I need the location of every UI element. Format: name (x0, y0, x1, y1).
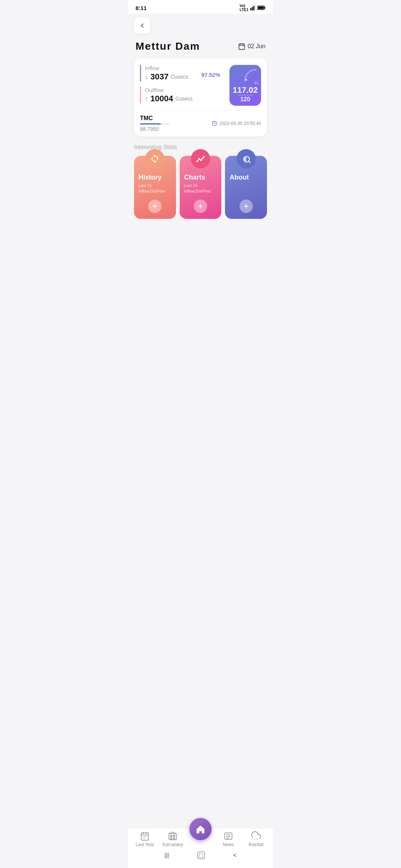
svg-point-17 (196, 161, 198, 162)
charts-card-title: Charts (184, 174, 205, 181)
svg-point-11 (245, 79, 247, 81)
dam-title: Mettur Dam (136, 40, 200, 52)
history-icon-circle (145, 149, 164, 168)
inflow-value-row: ↓ 3037 Cusecs (145, 72, 188, 82)
inflow-label: Inflow (145, 65, 188, 71)
tmc-left: TMC 88.7950 (140, 115, 170, 132)
inflow-unit: Cusecs (171, 74, 188, 80)
outflow-number: 10004 (150, 94, 173, 103)
history-card-sub: Last 15 Inflow,OutFlow (138, 183, 165, 194)
gauge-max: 120 (240, 96, 250, 103)
header: Mettur Dam 02 Jun (128, 37, 273, 58)
search-list-icon (241, 154, 251, 164)
battery-icon (257, 5, 265, 10)
svg-rect-7 (239, 44, 244, 49)
main-card: Inflow ↓ 3037 Cusecs Outflow ↑ 10004 Cus… (134, 58, 267, 137)
charts-icon-circle (191, 149, 210, 168)
tmc-bar-fill (140, 123, 161, 125)
svg-point-18 (203, 156, 205, 157)
tmc-timestamp: 2022-05-30 20:55:45 (212, 121, 261, 126)
gauge-arc-icon (243, 68, 258, 83)
clock-refresh-icon (212, 121, 218, 126)
stats-section: Interesting Stats History Last 15 Inflow… (128, 141, 273, 225)
gauge-divider (238, 95, 253, 95)
stat-card-about[interactable]: About (225, 156, 267, 219)
svg-rect-3 (255, 5, 256, 10)
status-icons: Vo)LTE1 (239, 4, 265, 12)
outflow-unit: Cusecs (175, 96, 193, 102)
svg-rect-5 (264, 7, 265, 9)
header-date: 02 Jun (248, 43, 265, 50)
about-plus-button[interactable] (239, 200, 253, 213)
gauge-widget: Ft 117.02 120 (229, 65, 261, 106)
calendar-header-icon (238, 43, 245, 50)
svg-point-15 (199, 158, 200, 160)
status-bar: 8:11 Vo)LTE1 (128, 0, 273, 14)
refresh-circle-icon (150, 154, 160, 164)
charts-card-sub: Last 15 Inflow,OutFlow (184, 183, 211, 194)
trend-chart-icon (196, 154, 205, 164)
tmc-label: TMC (140, 115, 170, 122)
inflow-percentage: 97.52% (201, 72, 220, 78)
tmc-value: 88.7950 (140, 126, 170, 132)
back-button[interactable] (134, 17, 150, 34)
svg-rect-1 (252, 7, 253, 10)
date-badge: 02 Jun (238, 43, 265, 50)
outflow-arrow-icon: ↑ (145, 95, 148, 103)
tmc-bar-background (140, 123, 170, 125)
svg-point-16 (200, 160, 202, 161)
stats-cards: History Last 15 Inflow,OutFlow Charts La… (134, 156, 267, 219)
svg-rect-6 (258, 7, 264, 9)
inflow-number: 3037 (150, 72, 169, 82)
outflow-label: Outflow (145, 87, 193, 93)
stat-card-history[interactable]: History Last 15 Inflow,OutFlow (134, 156, 176, 219)
tmc-row: TMC 88.7950 2022-05-30 20:55:45 (140, 110, 261, 132)
outflow-item: Outflow ↑ 10004 Cusecs (140, 87, 229, 103)
svg-rect-0 (250, 8, 251, 10)
gauge-current: 117.02 (233, 86, 258, 94)
stat-card-charts[interactable]: Charts Last 15 Inflow,OutFlow (180, 156, 222, 219)
svg-line-25 (248, 161, 250, 163)
charts-plus-button[interactable] (194, 200, 207, 213)
tmc-time-text: 2022-05-30 20:55:45 (220, 121, 261, 126)
svg-rect-2 (253, 6, 254, 10)
history-plus-button[interactable] (148, 200, 162, 213)
history-card-title: History (138, 174, 162, 181)
inflow-arrow-icon: ↓ (145, 73, 148, 81)
signal-bars-icon (250, 5, 256, 11)
about-icon-circle (237, 149, 256, 168)
flow-row: Inflow ↓ 3037 Cusecs Outflow ↑ 10004 Cus… (140, 65, 261, 109)
outflow-value-row: ↑ 10004 Cusecs (145, 94, 193, 103)
signal-label: Vo)LTE1 (239, 4, 248, 12)
status-time: 8:11 (136, 5, 147, 11)
about-card-title: About (229, 174, 249, 181)
